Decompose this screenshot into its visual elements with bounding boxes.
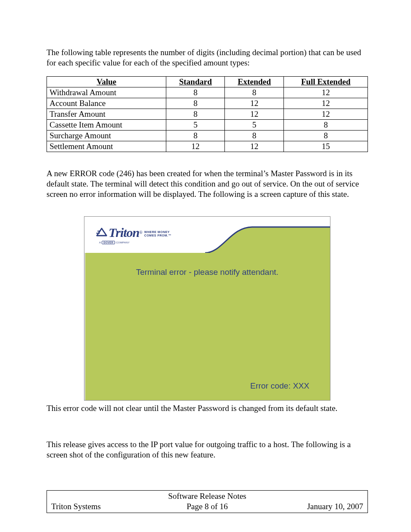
document-page: The following table represents the numbe… [0,0,411,532]
intro-paragraph: The following table represents the numbe… [47,47,368,68]
table-row: Cassette Item Amount 5 5 8 [47,119,368,130]
table-row: Withdrawal Amount 8 8 12 [47,87,368,98]
logo-subtext: A DOVER COMPANY [99,241,130,244]
post-screenshot-paragraph: This error code will not clear until the… [47,403,368,414]
cell: 8 [166,87,225,98]
table-row: Transfer Amount 8 12 12 [47,109,368,119]
terminal-screenshot: Triton ® WHERE MONEY COMES FROM.™ A DOVE… [84,216,330,401]
footer-title: Software Release Notes [47,491,368,501]
terminal-error-code: Error code: XXX [250,381,309,391]
terminal-error-message: Terminal error - please notify attendant… [84,268,330,277]
col-extended: Extended [225,76,284,87]
cell: 15 [284,141,368,152]
cell-label: Account Balance [47,98,166,109]
footer-page: Page 8 of 16 [153,501,262,513]
cell: 5 [225,119,284,130]
cell: 12 [225,141,284,152]
cell: 8 [284,130,368,141]
col-value: Value [47,76,166,87]
footer-company: Triton Systems [47,501,153,513]
cell: 8 [225,130,284,141]
cell-label: Cassette Item Amount [47,119,166,130]
cell-label: Withdrawal Amount [47,87,166,98]
cell: 5 [166,119,225,130]
terminal-screen: Triton ® WHERE MONEY COMES FROM.™ A DOVE… [84,216,330,401]
cell-label: Settlement Amount [47,141,166,152]
cell: 8 [166,98,225,109]
screen-header: Triton ® WHERE MONEY COMES FROM.™ A DOVE… [84,217,330,253]
header-swoop [205,217,330,253]
page-footer: Software Release Notes Triton Systems Pa… [47,490,368,513]
col-full-extended: Full Extended [284,76,368,87]
cell-label: Surcharge Amount [47,130,166,141]
cell: 12 [166,141,225,152]
ip-port-paragraph: This release gives access to the IP port… [47,439,368,460]
footer-date: January 10, 2007 [262,501,368,513]
cell: 12 [284,109,368,119]
cell: 8 [225,87,284,98]
footer-title-row: Software Release Notes [47,491,368,501]
cell: 8 [284,119,368,130]
table-row: Surcharge Amount 8 8 8 [47,130,368,141]
table-row: Settlement Amount 12 12 15 [47,141,368,152]
logo-wordmark: Triton [109,225,139,240]
triton-logo-icon [96,227,108,239]
footer-info-row: Triton Systems Page 8 of 16 January 10, … [47,501,368,513]
logo-tagline: WHERE MONEY COMES FROM.™ [144,230,171,237]
cell: 8 [166,109,225,119]
cell-label: Transfer Amount [47,109,166,119]
cell: 12 [225,109,284,119]
table-row: Account Balance 8 12 12 [47,98,368,109]
error-paragraph: A new ERROR code (246) has been created … [47,168,368,200]
table-header-row: Value Standard Extended Full Extended [47,76,368,87]
cell: 8 [166,130,225,141]
triton-logo: Triton ® WHERE MONEY COMES FROM.™ [96,225,171,240]
cell: 12 [284,87,368,98]
digits-table: Value Standard Extended Full Extended Wi… [47,76,368,152]
cell: 12 [284,98,368,109]
cell: 12 [225,98,284,109]
col-standard: Standard [166,76,225,87]
